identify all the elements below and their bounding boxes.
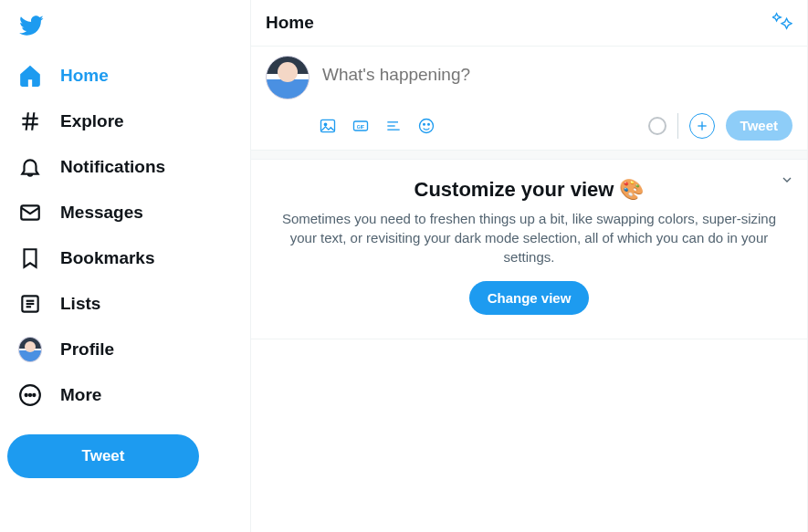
nav: Home Explore Notifications Messages Book… xyxy=(7,55,243,416)
compose-tweet: GIF Tweet xyxy=(251,47,807,151)
nav-lists[interactable]: Lists xyxy=(7,283,243,325)
svg-point-10 xyxy=(26,394,27,396)
nav-label: Profile xyxy=(60,339,114,360)
avatar-icon xyxy=(18,338,42,361)
mail-icon xyxy=(18,201,42,224)
compose-input[interactable] xyxy=(322,56,792,85)
compose-avatar[interactable] xyxy=(266,56,310,99)
nav-more[interactable]: More xyxy=(7,374,243,416)
poll-icon[interactable] xyxy=(384,117,403,135)
svg-point-20 xyxy=(420,119,434,132)
svg-point-11 xyxy=(29,394,31,396)
bell-icon xyxy=(18,155,42,179)
char-count-circle xyxy=(648,117,666,135)
nav-home[interactable]: Home xyxy=(7,55,243,97)
compose-toolbar: GIF xyxy=(319,117,435,135)
home-icon xyxy=(18,64,42,88)
svg-rect-13 xyxy=(321,120,335,131)
svg-line-3 xyxy=(32,112,34,130)
add-thread-button[interactable] xyxy=(689,113,715,139)
nav-label: More xyxy=(60,385,101,405)
customize-view-card: Customize your view 🎨 Sometimes you need… xyxy=(251,160,807,339)
sidebar-tweet-button[interactable]: Tweet xyxy=(7,434,199,478)
top-tweets-icon[interactable] xyxy=(772,11,792,35)
svg-point-22 xyxy=(428,123,430,125)
more-icon xyxy=(18,383,42,407)
nav-bookmarks[interactable]: Bookmarks xyxy=(7,237,243,279)
emoji-icon[interactable] xyxy=(417,117,435,135)
svg-point-14 xyxy=(324,123,327,126)
divider xyxy=(677,113,678,139)
nav-label: Home xyxy=(60,66,109,86)
hash-icon xyxy=(18,110,42,133)
image-icon[interactable] xyxy=(319,117,337,135)
nav-messages[interactable]: Messages xyxy=(7,192,243,234)
nav-label: Messages xyxy=(60,203,143,223)
nav-profile[interactable]: Profile xyxy=(7,329,243,370)
change-view-button[interactable]: Change view xyxy=(469,281,590,315)
nav-label: Explore xyxy=(60,111,124,131)
svg-point-12 xyxy=(33,394,35,396)
nav-label: Bookmarks xyxy=(60,248,155,268)
gif-icon[interactable]: GIF xyxy=(352,117,370,135)
nav-label: Notifications xyxy=(60,157,165,177)
collapse-card-button[interactable] xyxy=(780,172,794,191)
feed-gap xyxy=(251,151,807,160)
page-title: Home xyxy=(266,13,314,33)
twitter-logo[interactable] xyxy=(7,4,243,55)
card-description: Sometimes you need to freshen things up … xyxy=(278,209,780,266)
sidebar: Home Explore Notifications Messages Book… xyxy=(0,0,251,532)
compose-tweet-button[interactable]: Tweet xyxy=(726,110,792,141)
svg-line-2 xyxy=(26,112,28,130)
palette-emoji: 🎨 xyxy=(619,178,644,201)
nav-notifications[interactable]: Notifications xyxy=(7,146,243,188)
nav-label: Lists xyxy=(60,294,100,314)
nav-explore[interactable]: Explore xyxy=(7,100,243,142)
card-title: Customize your view 🎨 xyxy=(278,178,780,202)
header: Home xyxy=(251,0,807,47)
bookmark-icon xyxy=(18,246,42,270)
list-icon xyxy=(18,292,42,316)
card-title-text: Customize your view xyxy=(414,178,614,201)
svg-point-21 xyxy=(424,123,425,125)
svg-text:GIF: GIF xyxy=(357,123,364,129)
main-column: Home GIF xyxy=(251,0,808,532)
